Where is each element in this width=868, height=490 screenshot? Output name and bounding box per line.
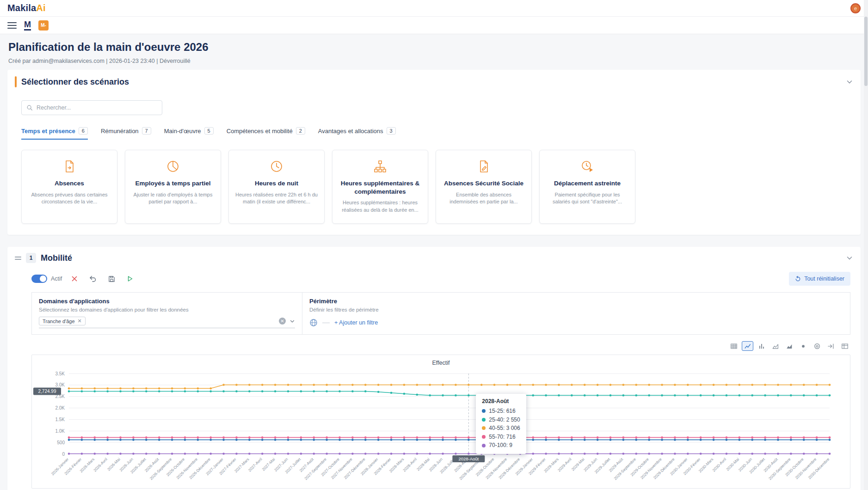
search-box — [21, 100, 162, 115]
scenarios-title: Sélectionner des scénarios — [21, 77, 129, 87]
drag-handle-icon[interactable] — [15, 257, 21, 260]
makila-mark-icon[interactable]: M — [24, 20, 31, 31]
scenario-card[interactable]: Absences Sécurité SocialeEnsemble des ab… — [436, 150, 532, 224]
refresh-icon — [795, 276, 801, 282]
scenario-card-description: Paiement spécifique pour les salariés qu… — [544, 191, 630, 206]
clear-select-icon[interactable]: ✕ — [279, 318, 286, 325]
scenario-card[interactable]: Employés à temps partielAjuster le ratio… — [125, 150, 221, 224]
scenario-card[interactable]: Déplacement astreintePaiement spécifique… — [539, 150, 635, 224]
tab-count-badge: 3 — [387, 127, 396, 135]
page-header: Planification de la main d'oeuvre 2026 C… — [0, 34, 868, 70]
scenario-card[interactable]: Heures supplémentaires & complémentaires… — [332, 150, 428, 224]
effectif-line-chart[interactable]: 05001.0K1.5K2.0K2.5K3.0K3.5K2026-Janvier… — [32, 367, 839, 486]
tooltip-row: 40-55: 3 006 — [482, 424, 520, 433]
tab-label: Avantages et allocations — [318, 128, 383, 135]
accent-bar — [15, 76, 17, 87]
run-button[interactable] — [124, 273, 136, 284]
app-logo[interactable]: MakilaAi — [7, 3, 46, 13]
save-button[interactable] — [105, 273, 117, 284]
add-filter-link[interactable]: + Ajouter un filtre — [334, 319, 378, 326]
scenario-card[interactable]: Heures de nuitHeures réalisées entre 22h… — [228, 150, 325, 224]
scenario-tabs: Temps et présence6Rémunération7Main-d'œu… — [21, 127, 861, 140]
column-chart-icon[interactable] — [756, 341, 767, 351]
scrollbar-thumb[interactable] — [864, 17, 868, 86]
delete-button[interactable] — [68, 273, 80, 284]
chevron-down-icon[interactable] — [289, 318, 295, 324]
scenario-tab[interactable]: Main-d'œuvre5 — [164, 127, 214, 140]
series-dot — [482, 435, 486, 439]
dot-icon[interactable] — [797, 341, 809, 351]
tooltip-title: 2028-Août — [482, 398, 520, 404]
tab-count-badge: 6 — [79, 127, 88, 135]
logo-text-accent: Ai — [36, 3, 45, 13]
scenario-card-title: Heures supplémentaires & complémentaires — [337, 179, 423, 196]
line-chart-icon[interactable] — [742, 341, 753, 351]
menu-icon[interactable] — [7, 22, 17, 29]
chart-plot-area[interactable]: 05001.0K1.5K2.0K2.5K3.0K3.5K2026-Janvier… — [32, 367, 850, 488]
scenario-tab[interactable]: Temps et présence6 — [21, 127, 88, 140]
domains-select[interactable]: Tranche d'âge ✕ ✕ — [39, 317, 295, 328]
svg-text:3.5K: 3.5K — [55, 371, 65, 376]
series-dot — [482, 409, 486, 413]
undo-button[interactable] — [87, 273, 99, 284]
active-toggle-label: Actif — [51, 276, 62, 282]
filter-panels: Domaines d'applications Sélectionnez les… — [31, 292, 850, 335]
top-header: MakilaAi e — [0, 0, 868, 17]
tab-label: Rémunération — [101, 128, 139, 135]
makila-plus-icon[interactable]: M- — [38, 20, 49, 31]
tooltip-row: 70-100: 9 — [482, 441, 520, 450]
scenario-card-description: Ensemble des absences indemnisées en par… — [441, 191, 527, 206]
svg-text:2026-Septembre: 2026-Septembre — [149, 457, 173, 481]
scenarios-section: Sélectionner des scénarios Temps et prés… — [7, 70, 861, 235]
chevron-down-icon[interactable] — [846, 78, 853, 86]
play-icon — [127, 276, 133, 282]
reset-all-button[interactable]: Tout réinitialiser — [789, 272, 850, 286]
perimeter-row: + Ajouter un filtre — [309, 318, 843, 327]
tab-label: Main-d'œuvre — [164, 128, 201, 135]
svg-text:2030-Avril: 2030-Avril — [711, 457, 727, 472]
stacked-area-chart-icon[interactable] — [783, 341, 795, 351]
svg-text:2027-Avril: 2027-Avril — [247, 457, 263, 472]
flow-icon[interactable] — [825, 341, 837, 351]
clock-icon — [269, 158, 284, 175]
scenario-tab[interactable]: Rémunération7 — [101, 127, 151, 140]
series-dot — [482, 444, 486, 447]
mobility-title: Mobilité — [41, 253, 72, 263]
tooltip-row: 55-70: 716 — [482, 433, 520, 441]
scenario-card-title: Employés à temps partiel — [130, 179, 216, 188]
scenario-tab[interactable]: Avantages et allocations3 — [318, 127, 396, 140]
svg-text:2027-Septembre: 2027-Septembre — [303, 457, 327, 481]
tab-count-badge: 5 — [204, 127, 214, 135]
chart-title: Effectif — [32, 360, 850, 366]
domain-chip-label: Tranche d'âge — [43, 318, 75, 324]
chart-tooltip: 2028-Août15-25: 61625-40: 2 55040-55: 3 … — [476, 394, 526, 454]
pivot-table-icon[interactable] — [839, 341, 850, 351]
user-avatar[interactable]: e — [850, 3, 861, 13]
svg-text:2,724.99: 2,724.99 — [38, 389, 56, 394]
domain-chip[interactable]: Tranche d'âge ✕ — [39, 317, 86, 325]
scenario-tab[interactable]: Compétences et mobilité2 — [227, 127, 305, 140]
chevron-down-icon[interactable] — [846, 254, 853, 262]
connector-line — [322, 323, 330, 323]
pie-icon — [166, 158, 180, 175]
active-toggle[interactable] — [31, 275, 47, 283]
domains-title: Domaines d'applications — [39, 298, 295, 305]
search-input[interactable] — [37, 104, 157, 111]
svg-text:1.5K: 1.5K — [55, 417, 65, 422]
svg-text:2030-Septembre: 2030-Septembre — [768, 457, 792, 481]
sitemap-icon — [372, 158, 388, 175]
donut-chart-icon[interactable] — [811, 341, 823, 351]
perimeter-title: Périmètre — [309, 298, 843, 305]
close-icon — [71, 276, 78, 282]
svg-text:2028-Août: 2028-Août — [458, 456, 479, 461]
scenario-card-title: Absences — [26, 179, 112, 188]
scenario-card[interactable]: AbsencesAbsences prévues dans certaines … — [21, 150, 117, 224]
area-chart-icon[interactable] — [770, 341, 781, 351]
scrollbar-track[interactable] — [864, 0, 868, 490]
scenario-card-description: Heures supplémentaires : heures réalisée… — [337, 199, 423, 214]
secondary-toolbar: M M- — [0, 17, 868, 34]
svg-text:2029-Avril: 2029-Avril — [557, 457, 573, 472]
svg-text:500: 500 — [57, 440, 65, 445]
table-icon[interactable] — [728, 341, 739, 351]
chip-remove-icon[interactable]: ✕ — [78, 318, 82, 324]
